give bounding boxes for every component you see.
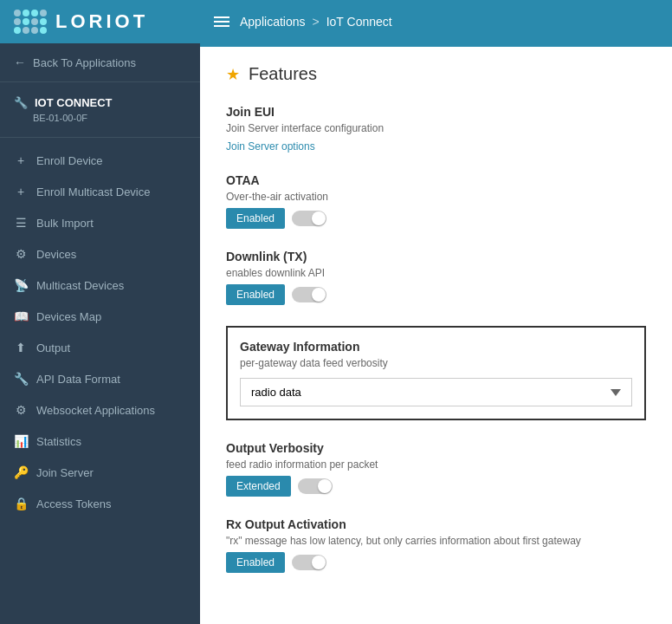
sidebar-item-output[interactable]: ⬆ Output	[0, 332, 200, 363]
gateway-information-box: Gateway Information per-gateway data fee…	[226, 326, 646, 420]
back-arrow-icon: ←	[14, 55, 26, 69]
nav-label: Statistics	[36, 435, 81, 448]
output-verbosity-label: Output Verbosity	[226, 441, 646, 455]
wrench-icon: 🔧	[14, 96, 28, 109]
radio-icon: 📡	[14, 278, 28, 292]
main-layout: ← Back To Applications 🔧 IOT CONNECT BE-…	[0, 43, 672, 624]
sidebar-item-api-data-format[interactable]: 🔧 API Data Format	[0, 363, 200, 394]
rx-output-section: Rx Output Activation "rx" message has lo…	[226, 517, 646, 573]
sidebar-item-statistics[interactable]: 📊 Statistics	[0, 426, 200, 457]
dot	[40, 27, 47, 34]
rx-output-toggle-thumb	[312, 556, 326, 569]
breadcrumb-applications[interactable]: Applications	[240, 15, 306, 29]
nav-label: API Data Format	[36, 373, 120, 386]
output-verbosity-extended-button[interactable]: Extended	[226, 476, 291, 497]
sidebar-item-devices-map[interactable]: 📖 Devices Map	[0, 301, 200, 332]
rx-output-desc: "rx" message has low latency, but only c…	[226, 535, 646, 547]
output-verbosity-toggle-thumb	[318, 479, 332, 493]
nav-label: Enroll Device	[36, 154, 103, 167]
sidebar-item-multicast-devices[interactable]: 📡 Multicast Devices	[0, 270, 200, 301]
gateway-verbosity-select[interactable]: radio data minimal full	[240, 378, 632, 406]
nav-label: Join Server	[36, 466, 94, 479]
dot	[14, 18, 21, 25]
otaa-desc: Over-the-air activation	[226, 191, 646, 203]
rx-output-enabled-button[interactable]: Enabled	[226, 552, 285, 573]
list-icon: ☰	[14, 216, 28, 230]
downlink-toggle-thumb	[312, 288, 326, 302]
sidebar-item-access-tokens[interactable]: 🔒 Access Tokens	[0, 488, 200, 519]
key-icon: 🔑	[14, 465, 28, 479]
downlink-section: Downlink (TX) enables downlink API Enabl…	[226, 250, 646, 305]
page-title: ★ Features	[226, 64, 646, 84]
sidebar: ← Back To Applications 🔧 IOT CONNECT BE-…	[0, 43, 200, 624]
sidebar-item-join-server[interactable]: 🔑 Join Server	[0, 457, 200, 488]
dot	[23, 27, 29, 34]
nav-label: Output	[36, 341, 70, 354]
otaa-toggle-row: Enabled	[226, 208, 646, 229]
output-verbosity-toggle-track[interactable]	[298, 478, 333, 494]
app-name-row: 🔧 IOT CONNECT	[14, 96, 186, 109]
top-header: LORIOT Applications > IoT Connect	[0, 0, 672, 43]
logo-dots	[14, 10, 47, 34]
output-verbosity-desc: feed radio information per packet	[226, 458, 646, 471]
rx-output-label: Rx Output Activation	[226, 517, 646, 531]
gear-icon: ⚙	[14, 247, 28, 261]
breadcrumb-separator: >	[313, 15, 320, 29]
join-server-options-link[interactable]: Join Server options	[226, 140, 315, 153]
dot	[31, 27, 38, 34]
sidebar-item-websocket-apps[interactable]: ⚙ Websocket Applications	[0, 394, 200, 426]
downlink-enabled-button[interactable]: Enabled	[226, 284, 285, 305]
join-eui-desc: Join Server interface configuration	[226, 122, 646, 134]
map-icon: 📖	[14, 309, 28, 323]
sidebar-item-bulk-import[interactable]: ☰ Bulk Import	[0, 207, 200, 238]
nav-label: Bulk Import	[36, 217, 94, 230]
downlink-toggle-track[interactable]	[292, 287, 326, 302]
star-icon: ★	[226, 65, 240, 84]
dot	[40, 18, 47, 25]
upload-icon: ⬆	[14, 341, 28, 354]
chart-icon: 📊	[14, 434, 28, 448]
logo-area: LORIOT	[14, 10, 214, 34]
join-eui-section: Join EUI Join Server interface configura…	[226, 105, 646, 153]
join-eui-label: Join EUI	[226, 105, 646, 119]
downlink-desc: enables downlink API	[226, 267, 646, 279]
nav-label: Devices	[36, 248, 76, 261]
dot	[23, 18, 29, 25]
dot	[31, 18, 38, 25]
app-id: BE-01-00-0F	[14, 113, 186, 123]
otaa-section: OTAA Over-the-air activation Enabled	[226, 173, 646, 229]
dot	[23, 10, 29, 16]
plus-icon: +	[14, 185, 28, 198]
gateway-label: Gateway Information	[240, 340, 632, 354]
websocket-icon: ⚙	[14, 403, 28, 417]
logo-text: LORIOT	[55, 10, 148, 33]
sidebar-item-devices[interactable]: ⚙ Devices	[0, 238, 200, 270]
otaa-enabled-button[interactable]: Enabled	[226, 208, 285, 229]
breadcrumb-current: IoT Connect	[326, 15, 392, 29]
dot	[31, 10, 38, 16]
nav-label: Enroll Multicast Device	[36, 185, 151, 198]
nav-label: Access Tokens	[36, 497, 111, 510]
otaa-label: OTAA	[226, 173, 646, 187]
sidebar-item-enroll-device[interactable]: + Enroll Device	[0, 145, 200, 176]
dot	[14, 27, 21, 34]
lock-icon: 🔒	[14, 497, 28, 510]
rx-output-toggle-track[interactable]	[292, 555, 326, 570]
hamburger-icon[interactable]	[214, 16, 229, 27]
downlink-label: Downlink (TX)	[226, 250, 646, 263]
content-inner: ★ Features Join EUI Join Server interfac…	[200, 47, 672, 611]
otaa-toggle-thumb	[312, 211, 326, 225]
dot	[14, 10, 21, 16]
otaa-toggle-track[interactable]	[292, 211, 326, 226]
back-label: Back To Applications	[33, 56, 136, 69]
back-to-applications[interactable]: ← Back To Applications	[0, 43, 200, 82]
gateway-desc: per-gateway data feed verbosity	[240, 357, 632, 369]
sidebar-item-enroll-multicast[interactable]: + Enroll Multicast Device	[0, 176, 200, 207]
downlink-toggle-row: Enabled	[226, 284, 646, 305]
app-info: 🔧 IOT CONNECT BE-01-00-0F	[0, 82, 200, 138]
dot	[40, 10, 47, 16]
sidebar-nav: + Enroll Device + Enroll Multicast Devic…	[0, 138, 200, 624]
rx-output-toggle-row: Enabled	[226, 552, 646, 573]
api-icon: 🔧	[14, 372, 28, 386]
breadcrumb: Applications > IoT Connect	[214, 15, 658, 29]
